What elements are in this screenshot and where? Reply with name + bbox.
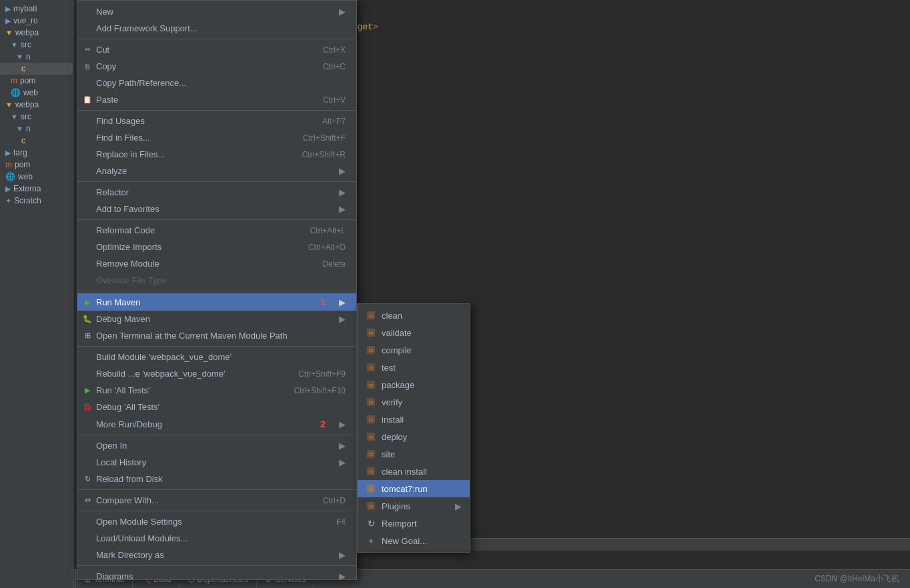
menu-item-build-module[interactable]: Build Module 'webpack_vue_dome'	[77, 349, 356, 365]
menu-item-remove-module[interactable]: Remove Module Delete	[77, 255, 356, 272]
submenu-label: tomcat7:run	[382, 484, 428, 494]
file-icon: 🌐	[5, 172, 15, 181]
menu-item-framework[interactable]: Add Framework Support...	[77, 20, 356, 37]
submenu-package[interactable]: m package	[358, 376, 470, 393]
submenu-label: install	[382, 415, 404, 425]
menu-item-diagrams[interactable]: Diagrams ▶	[77, 568, 356, 580]
sidebar-item-mybati[interactable]: ▶ mybati	[0, 3, 73, 15]
menu-label: Local History	[96, 457, 146, 467]
menu-item-run-maven[interactable]: ▶ Run Maven 1 ▶	[77, 293, 356, 311]
reimport-icon: ↻	[366, 518, 376, 529]
svg-text:m: m	[369, 313, 374, 319]
menu-item-optimize[interactable]: Optimize Imports Ctrl+Alt+O	[77, 239, 356, 255]
menu-item-replace[interactable]: Replace in Files... Ctrl+Shift+R	[77, 146, 356, 163]
menu-label: Rebuild ...e 'webpack_vue_dome'	[96, 369, 225, 379]
sidebar-item-targ[interactable]: ▶ targ	[0, 147, 73, 159]
sidebar-item-web2[interactable]: 🌐 web	[0, 171, 73, 183]
submenu-reimport[interactable]: ↻ Reimport	[358, 515, 470, 532]
menu-item-find-files[interactable]: Find in Files... Ctrl+Shift+F	[77, 129, 356, 146]
sidebar-item-c2[interactable]: c	[0, 135, 73, 147]
menu-item-override-file: Override File Type	[77, 272, 356, 289]
sidebar-label: Scratch	[14, 196, 41, 205]
sidebar-label: pom	[20, 76, 35, 85]
menu-item-compare[interactable]: ⇔ Compare With... Ctrl+D	[77, 492, 356, 509]
menu-item-module-settings[interactable]: Open Module Settings F4	[77, 513, 356, 530]
menu-label: Open Module Settings	[96, 517, 182, 527]
menu-item-paste[interactable]: 📋 Paste Ctrl+V	[77, 91, 356, 108]
menu-item-more-run[interactable]: More Run/Debug 2 ▶	[77, 415, 356, 433]
submenu-plugins[interactable]: m Plugins ▶	[358, 497, 470, 515]
sidebar-item-webpa1[interactable]: ▼ webpa	[0, 27, 73, 39]
menu-item-new[interactable]: New ▶	[77, 3, 356, 20]
maven-icon: m	[366, 345, 376, 355]
submenu-install[interactable]: m install	[358, 411, 470, 428]
submenu-verify[interactable]: m verify	[358, 393, 470, 411]
sidebar-item-c1[interactable]: c	[0, 63, 73, 75]
submenu-site[interactable]: m site	[358, 445, 470, 463]
submenu-compile[interactable]: m compile	[358, 341, 470, 359]
menu-separator	[77, 565, 356, 566]
submenu-new-goal[interactable]: + New Goal...	[358, 532, 470, 549]
sidebar-label: webpa	[15, 28, 39, 37]
folder-icon: ▶	[5, 149, 11, 157]
folder-icon: ▶	[5, 5, 11, 13]
paste-icon: 📋	[81, 95, 93, 104]
menu-label: Compare With...	[96, 495, 159, 505]
menu-item-debug-all-tests[interactable]: 🐞 Debug 'All Tests'	[77, 399, 356, 415]
menu-item-reformat[interactable]: Reformat Code Ctrl+Alt+L	[77, 222, 356, 239]
sidebar-item-src2[interactable]: ▼ src	[0, 111, 73, 123]
menu-item-refactor[interactable]: Refactor ▶	[77, 184, 356, 201]
submenu-deploy[interactable]: m deploy	[358, 428, 470, 445]
maven-icon: m	[366, 310, 376, 321]
svg-text:m: m	[369, 365, 374, 371]
svg-text:m: m	[369, 503, 374, 509]
svg-text:m: m	[369, 330, 374, 336]
menu-label: Override File Type	[96, 275, 167, 285]
menu-separator	[77, 181, 356, 182]
sidebar-item-externa[interactable]: ▶ Externa	[0, 183, 73, 195]
submenu-validate[interactable]: m validate	[358, 324, 470, 341]
menu-label: Optimize Imports	[96, 242, 161, 252]
sidebar-item-vue-ro[interactable]: ▶ vue_ro	[0, 15, 73, 27]
menu-item-open-in[interactable]: Open In ▶	[77, 437, 356, 454]
menu-item-copy[interactable]: ⎘ Copy Ctrl+C	[77, 58, 356, 75]
submenu-arrow: ▶	[339, 314, 346, 324]
maven-icon: m	[366, 431, 376, 442]
menu-item-debug-maven[interactable]: 🐛 Debug Maven ▶	[77, 311, 356, 327]
submenu-test[interactable]: m test	[358, 359, 470, 376]
menu-item-reload[interactable]: ↻ Reload from Disk	[77, 471, 356, 487]
sidebar-item-n1[interactable]: ▼ n	[0, 51, 73, 63]
menu-item-cut[interactable]: ✂ Cut Ctrl+X	[77, 41, 356, 58]
submenu-arrow: ▶	[339, 297, 346, 307]
menu-item-open-terminal[interactable]: ⊞ Open Terminal at the Current Maven Mod…	[77, 327, 356, 344]
menu-item-copy-path[interactable]: Copy Path/Reference...	[77, 75, 356, 91]
sidebar-item-webpa2[interactable]: ▼ webpa	[0, 99, 73, 111]
submenu-tomcat7-run[interactable]: m tomcat7:run	[358, 480, 470, 497]
sidebar-item-web1[interactable]: 🌐 web	[0, 87, 73, 99]
menu-item-mark-directory[interactable]: Mark Directory as ▶	[77, 547, 356, 563]
menu-item-rebuild[interactable]: Rebuild ...e 'webpack_vue_dome' Ctrl+Shi…	[77, 365, 356, 382]
svg-text:m: m	[369, 486, 374, 492]
submenu-clean-install[interactable]: m clean install	[358, 463, 470, 480]
menu-item-load-unload[interactable]: Load/Unload Modules...	[77, 530, 356, 547]
menu-label: Find in Files...	[96, 133, 150, 143]
menu-item-run-all-tests[interactable]: ▶ Run 'All Tests' Ctrl+Shift+F10	[77, 382, 356, 399]
menu-item-analyze[interactable]: Analyze ▶	[77, 163, 356, 179]
menu-item-local-history[interactable]: Local History ▶	[77, 454, 356, 471]
run-icon: ▶	[81, 386, 93, 395]
terminal-icon: ⊞	[81, 331, 93, 340]
sidebar-item-scratch[interactable]: ✦ Scratch	[0, 195, 73, 207]
submenu-clean[interactable]: m clean	[358, 307, 470, 324]
sidebar-item-pom2[interactable]: m pom	[0, 159, 73, 171]
menu-item-favorites[interactable]: Add to Favorites ▶	[77, 201, 356, 217]
status-right-text: CSDN @ItHeiMa小飞机	[815, 573, 910, 585]
menu-item-find-usages[interactable]: Find Usages Alt+F7	[77, 113, 356, 129]
menu-label: More Run/Debug	[96, 419, 162, 429]
menu-label: Debug Maven	[96, 314, 150, 324]
sidebar-item-pom1[interactable]: m pom	[0, 75, 73, 87]
sidebar-item-src1[interactable]: ▼ src	[0, 39, 73, 51]
shortcut-label: Ctrl+Shift+R	[302, 150, 346, 159]
sidebar-item-n2[interactable]: ▼ n	[0, 123, 73, 135]
shortcut-label: Delete	[322, 259, 346, 269]
badge-one: 1	[320, 297, 326, 307]
